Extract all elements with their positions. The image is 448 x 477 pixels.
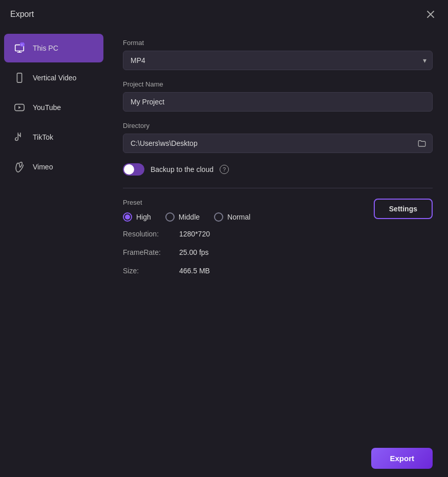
title-bar: Export bbox=[0, 0, 448, 29]
directory-wrapper bbox=[123, 134, 433, 153]
sidebar-item-vertical-video[interactable]: Vertical Video bbox=[4, 63, 103, 92]
framerate-value: 25.00 fps bbox=[179, 248, 209, 256]
radio-circle-high bbox=[123, 212, 132, 222]
format-select-wrapper: MP4 MOV AVI ▾ bbox=[123, 51, 433, 70]
sidebar-label-this-pc: This PC bbox=[33, 44, 58, 52]
content-area: Format MP4 MOV AVI ▾ Project Name Direct… bbox=[108, 29, 448, 440]
dialog-title: Export bbox=[10, 10, 34, 19]
radio-circle-normal bbox=[214, 212, 223, 222]
framerate-row: FrameRate: 25.00 fps bbox=[123, 248, 433, 256]
radio-label-high: High bbox=[136, 213, 151, 221]
help-icon[interactable]: ? bbox=[220, 165, 229, 174]
radio-label-middle: Middle bbox=[179, 213, 200, 221]
radio-item-middle[interactable]: Middle bbox=[165, 212, 200, 222]
size-value: 466.5 MB bbox=[179, 267, 210, 275]
project-name-input[interactable] bbox=[123, 92, 433, 112]
toggle-knob bbox=[124, 164, 134, 175]
radio-circle-middle bbox=[165, 212, 175, 222]
project-name-field-group: Project Name bbox=[123, 80, 433, 112]
tiktok-icon bbox=[12, 130, 27, 144]
preset-label: Preset bbox=[123, 199, 250, 206]
directory-label: Directory bbox=[123, 122, 433, 129]
radio-item-high[interactable]: High bbox=[123, 212, 151, 222]
folder-icon[interactable] bbox=[417, 139, 426, 148]
sidebar-label-youtube: YouTube bbox=[33, 103, 61, 112]
divider bbox=[123, 188, 433, 188]
backup-label: Backup to the cloud bbox=[151, 165, 214, 174]
framerate-label: FrameRate: bbox=[123, 248, 179, 256]
format-label: Format bbox=[123, 39, 433, 47]
preset-row: Preset High Middle bbox=[123, 199, 433, 222]
footer: Export bbox=[0, 440, 448, 477]
vimeo-icon bbox=[12, 160, 27, 174]
close-button[interactable] bbox=[423, 7, 438, 21]
sidebar-item-this-pc[interactable]: This PC bbox=[4, 34, 103, 62]
radio-item-normal[interactable]: Normal bbox=[214, 212, 250, 222]
size-label: Size: bbox=[123, 267, 179, 275]
sidebar-label-vimeo: Vimeo bbox=[33, 163, 53, 171]
svg-rect-4 bbox=[17, 73, 22, 82]
sidebar-label-vertical-video: Vertical Video bbox=[33, 74, 76, 82]
export-button[interactable]: Export bbox=[371, 448, 433, 469]
backup-toggle[interactable] bbox=[123, 163, 144, 176]
radio-group: High Middle Normal bbox=[123, 212, 250, 222]
sidebar-item-vimeo[interactable]: Vimeo bbox=[4, 153, 103, 181]
project-name-label: Project Name bbox=[123, 80, 433, 88]
sidebar-item-tiktok[interactable]: TikTok bbox=[4, 123, 103, 151]
sidebar: This PC Vertical Video YouTube bbox=[0, 29, 108, 440]
vertical-video-icon bbox=[12, 71, 27, 85]
backup-row: Backup to the cloud ? bbox=[123, 163, 433, 176]
resolution-label: Resolution: bbox=[123, 230, 179, 238]
size-row: Size: 466.5 MB bbox=[123, 267, 433, 275]
resolution-row: Resolution: 1280*720 bbox=[123, 230, 433, 238]
sidebar-label-tiktok: TikTok bbox=[33, 133, 53, 141]
directory-input[interactable] bbox=[123, 134, 433, 153]
directory-field-group: Directory bbox=[123, 122, 433, 153]
resolution-value: 1280*720 bbox=[179, 230, 210, 238]
settings-button[interactable]: Settings bbox=[374, 199, 433, 219]
main-layout: This PC Vertical Video YouTube bbox=[0, 29, 448, 440]
format-select[interactable]: MP4 MOV AVI bbox=[123, 51, 433, 70]
this-pc-icon bbox=[12, 41, 27, 55]
radio-label-normal: Normal bbox=[227, 213, 250, 221]
preset-left: Preset High Middle bbox=[123, 199, 250, 222]
radio-inner-high bbox=[125, 214, 130, 220]
format-field-group: Format MP4 MOV AVI ▾ bbox=[123, 39, 433, 70]
sidebar-item-youtube[interactable]: YouTube bbox=[4, 93, 103, 122]
youtube-icon bbox=[12, 100, 27, 115]
